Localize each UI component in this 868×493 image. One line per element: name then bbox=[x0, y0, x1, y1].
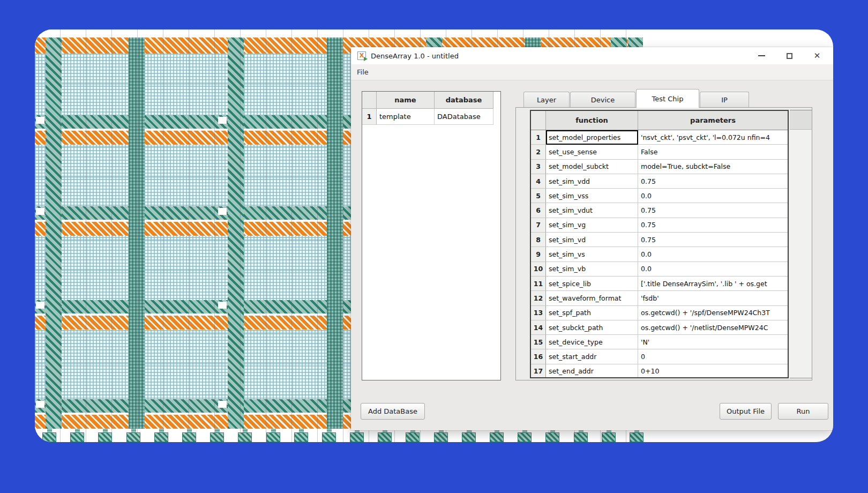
chip-pad bbox=[378, 432, 392, 442]
maximize-button[interactable] bbox=[775, 47, 803, 64]
cell-parameters[interactable]: 0.0 bbox=[638, 189, 788, 203]
tab-layer[interactable]: Layer bbox=[523, 92, 570, 107]
chip-vertical-pillar bbox=[129, 38, 145, 429]
tab-test-chip[interactable]: Test Chip bbox=[636, 89, 699, 108]
chip-vertical-pillar bbox=[228, 38, 244, 429]
row-number[interactable]: 16 bbox=[531, 349, 546, 364]
minimize-button[interactable] bbox=[747, 47, 775, 64]
cell-function[interactable]: set_model_properties bbox=[546, 130, 638, 145]
cell-function[interactable]: set_sim_vd bbox=[546, 233, 638, 247]
test-chip-pane: function parameters 1set_model_propertie… bbox=[515, 107, 812, 380]
row-number[interactable]: 8 bbox=[531, 233, 546, 247]
cell-function[interactable]: set_sim_vs bbox=[546, 247, 638, 262]
chip-pad bbox=[70, 432, 84, 442]
cell-parameters[interactable]: 'N' bbox=[638, 335, 788, 349]
database-table: name database 1templateDADatabase bbox=[362, 91, 501, 380]
cell-function[interactable]: set_sim_vdd bbox=[546, 174, 638, 189]
cell-name[interactable]: template bbox=[377, 109, 435, 125]
row-number[interactable]: 17 bbox=[531, 364, 546, 378]
row-number[interactable]: 4 bbox=[531, 174, 546, 189]
row-number[interactable]: 11 bbox=[531, 277, 546, 291]
table-row: 10set_sim_vb0.0 bbox=[531, 262, 788, 277]
cell-parameters[interactable]: ['.title DenseArraySim', '.lib ' + os.ge… bbox=[638, 277, 788, 291]
cell-parameters[interactable]: 0.75 bbox=[638, 218, 788, 233]
cell-database[interactable]: DADatabase bbox=[435, 109, 493, 125]
chip-pad-row bbox=[42, 431, 643, 442]
cell-parameters[interactable]: 0 bbox=[638, 349, 788, 364]
menu-file[interactable]: File bbox=[353, 66, 372, 78]
run-button[interactable]: Run bbox=[778, 403, 828, 420]
table-row: 11set_spice_lib['.title DenseArraySim', … bbox=[531, 277, 788, 291]
cell-function[interactable]: set_start_addr bbox=[546, 349, 638, 364]
close-button[interactable]: ✕ bbox=[803, 47, 831, 64]
cell-function[interactable]: set_sim_vdut bbox=[546, 203, 638, 218]
app-window: X DenseArray 1.0 - untitled ✕ File name … bbox=[351, 47, 833, 430]
table-row: 2set_use_senseFalse bbox=[531, 145, 788, 159]
cell-function[interactable]: set_use_sense bbox=[546, 145, 638, 159]
row-number[interactable]: 9 bbox=[531, 247, 546, 262]
cell-parameters[interactable]: 0.75 bbox=[638, 233, 788, 247]
cell-function[interactable]: set_sim_vb bbox=[546, 262, 638, 277]
chip-pad bbox=[545, 432, 559, 442]
cell-function[interactable]: set_subckt_path bbox=[546, 320, 638, 335]
chip-contact-square bbox=[36, 302, 44, 309]
output-file-button[interactable]: Output File bbox=[720, 403, 772, 420]
cell-parameters[interactable]: 0+10 bbox=[638, 364, 788, 378]
table-row: 9set_sim_vs0.0 bbox=[531, 247, 788, 262]
cell-function[interactable]: set_device_type bbox=[546, 335, 638, 349]
cell-function[interactable]: set_spf_path bbox=[546, 306, 638, 320]
row-number[interactable]: 5 bbox=[531, 189, 546, 203]
row-number[interactable]: 10 bbox=[531, 262, 546, 277]
table-row: 1templateDADatabase bbox=[362, 109, 500, 125]
row-number[interactable]: 7 bbox=[531, 218, 546, 233]
chip-contact-square bbox=[218, 302, 227, 309]
row-number[interactable]: 3 bbox=[531, 160, 546, 174]
chip-pad bbox=[462, 432, 476, 442]
cell-parameters[interactable]: 0.75 bbox=[638, 174, 788, 189]
minimize-icon bbox=[758, 55, 765, 56]
cell-parameters[interactable]: os.getcwd() + '/netlist/DenseMPW24C bbox=[638, 320, 788, 335]
cell-function[interactable]: set_spice_lib bbox=[546, 277, 638, 291]
tab-device[interactable]: Device bbox=[570, 92, 635, 107]
title-bar[interactable]: X DenseArray 1.0 - untitled ✕ bbox=[351, 47, 833, 64]
cell-parameters[interactable]: 'fsdb' bbox=[638, 291, 788, 305]
row-number[interactable]: 2 bbox=[531, 145, 546, 159]
row-number[interactable]: 13 bbox=[531, 306, 546, 320]
cell-parameters[interactable]: os.getcwd() + '/spf/DenseMPW24Ch3T bbox=[638, 306, 788, 320]
chip-pad bbox=[630, 432, 643, 442]
table-scrollbar-gutter[interactable] bbox=[790, 110, 812, 378]
chip-contact-square bbox=[36, 208, 44, 215]
cell-function[interactable]: set_waveform_format bbox=[546, 291, 638, 305]
table-row: 8set_sim_vd0.75 bbox=[531, 233, 788, 247]
row-number[interactable]: 1 bbox=[362, 109, 377, 125]
cell-parameters[interactable]: 0.0 bbox=[638, 262, 788, 277]
menu-bar: File bbox=[351, 64, 833, 80]
cell-function[interactable]: set_model_subckt bbox=[546, 160, 638, 174]
chip-pad bbox=[434, 432, 448, 442]
cell-function[interactable]: set_end_addr bbox=[546, 364, 638, 378]
chip-contact-square bbox=[218, 401, 227, 408]
chip-pad bbox=[350, 432, 364, 442]
add-database-button[interactable]: Add DataBase bbox=[361, 403, 425, 420]
chip-pad bbox=[518, 432, 532, 442]
tab-ip[interactable]: IP bbox=[700, 92, 749, 107]
row-number[interactable]: 14 bbox=[531, 320, 546, 335]
close-icon: ✕ bbox=[814, 52, 821, 60]
cell-function[interactable]: set_sim_vg bbox=[546, 218, 638, 233]
row-number[interactable]: 15 bbox=[531, 335, 546, 349]
table-row: 13set_spf_pathos.getcwd() + '/spf/DenseM… bbox=[531, 306, 788, 320]
cell-parameters[interactable]: 0.0 bbox=[638, 247, 788, 262]
database-table-header: name database bbox=[362, 92, 500, 109]
table-row: 4set_sim_vdd0.75 bbox=[531, 174, 788, 189]
chip-pad bbox=[266, 432, 280, 442]
row-number[interactable]: 6 bbox=[531, 203, 546, 218]
chip-vertical-pillar bbox=[327, 38, 343, 429]
table-row: 16set_start_addr0 bbox=[531, 349, 788, 364]
cell-parameters[interactable]: model=True, subckt=False bbox=[638, 160, 788, 174]
cell-parameters[interactable]: 'nsvt_ckt', 'psvt_ckt', 'l=0.072u nfin=4 bbox=[638, 130, 788, 145]
row-number[interactable]: 1 bbox=[531, 130, 546, 145]
row-number[interactable]: 12 bbox=[531, 291, 546, 305]
cell-parameters[interactable]: False bbox=[638, 145, 788, 159]
cell-function[interactable]: set_sim_vss bbox=[546, 189, 638, 203]
cell-parameters[interactable]: 0.75 bbox=[638, 203, 788, 218]
